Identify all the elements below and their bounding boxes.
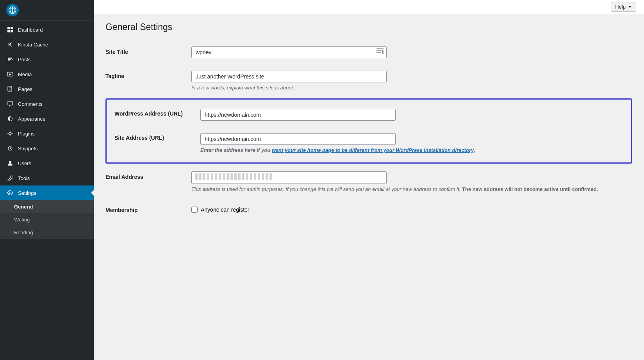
appearance-icon — [6, 115, 14, 123]
sidebar-item-comments[interactable]: Comments — [0, 96, 94, 111]
page-title: General Settings — [105, 22, 632, 32]
sidebar-item-settings-label: Settings — [18, 190, 87, 196]
sidebar-item-tools[interactable]: Tools — [0, 171, 94, 185]
email-row: Email Address This address is used for a… — [105, 165, 632, 198]
sidebar-item-posts-label: Posts — [18, 57, 87, 62]
help-button[interactable]: Help ▼ — [611, 2, 636, 12]
site-address-description: Enter the address here if you want your … — [200, 147, 623, 153]
comments-icon — [6, 100, 14, 108]
active-arrow — [91, 190, 94, 196]
membership-checkbox-label: Anyone can register — [201, 207, 250, 213]
tagline-input[interactable] — [191, 71, 387, 82]
plugins-icon — [6, 130, 14, 137]
email-desc-bold: The new address will not become active u… — [462, 186, 598, 192]
settings-icon — [6, 189, 14, 197]
sidebar-item-kinsta-cache[interactable]: K Kinsta Cache — [0, 37, 94, 52]
wp-address-row: WordPress Address (URL) — [114, 103, 623, 127]
sidebar-item-snippets[interactable]: Snippets — [0, 141, 94, 156]
help-chevron-icon: ▼ — [628, 5, 632, 9]
sidebar-item-tools-label: Tools — [18, 175, 87, 181]
site-address-input[interactable] — [200, 133, 396, 145]
email-desc-2: at your new address to confirm it. — [386, 186, 460, 192]
sidebar-item-dashboard-label: Dashboard — [18, 27, 87, 33]
membership-label: Membership — [105, 198, 191, 221]
sidebar-nav: Dashboard K Kinsta Cache Posts Media Pag… — [0, 21, 94, 360]
membership-row: Membership Anyone can register — [105, 198, 632, 221]
site-address-label: Site Address (URL) — [114, 127, 200, 159]
url-inner-table: WordPress Address (URL) Site Address (UR… — [114, 103, 623, 159]
sidebar-item-media[interactable]: Media — [0, 67, 94, 82]
membership-checkbox[interactable] — [191, 207, 198, 213]
wp-address-label: WordPress Address (URL) — [114, 103, 200, 127]
settings-submenu: General Writing Reading — [0, 200, 94, 239]
sidebar-submenu-reading[interactable]: Reading — [0, 226, 94, 239]
sidebar-item-dashboard[interactable]: Dashboard — [0, 22, 94, 37]
sidebar: Dashboard K Kinsta Cache Posts Media Pag… — [0, 0, 94, 360]
sidebar-submenu-writing[interactable]: Writing — [0, 213, 94, 226]
email-desc-1: This address is used for admin purposes.… — [191, 186, 384, 192]
dashboard-icon — [6, 26, 14, 34]
reading-label: Reading — [14, 230, 87, 235]
tagline-label: Tagline — [105, 64, 191, 97]
sidebar-item-snippets-label: Snippets — [18, 146, 87, 151]
svg-rect-3 — [11, 27, 13, 29]
kinsta-icon: K — [6, 41, 14, 48]
sidebar-submenu-general[interactable]: General — [0, 200, 94, 213]
sidebar-item-appearance-label: Appearance — [18, 116, 87, 122]
sidebar-item-users-label: Users — [18, 160, 87, 166]
site-address-desc-prefix: Enter the address here if you — [200, 147, 272, 153]
site-title-label: Site Title — [105, 40, 191, 64]
sidebar-item-users[interactable]: Users — [0, 156, 94, 171]
sidebar-item-posts[interactable]: Posts — [0, 52, 94, 67]
url-section-row: WordPress Address (URL) Site Address (UR… — [105, 97, 632, 165]
site-address-row: Site Address (URL) Enter the address her… — [114, 127, 623, 159]
site-address-desc-suffix: . — [474, 147, 475, 153]
users-icon — [6, 159, 14, 167]
svg-rect-2 — [7, 27, 10, 29]
tagline-row: Tagline In a few words, explain what thi… — [105, 64, 632, 97]
svg-point-11 — [9, 161, 11, 163]
site-title-row: Site Title — [105, 40, 632, 64]
snippets-icon — [6, 144, 14, 152]
email-input[interactable] — [191, 171, 387, 184]
general-label: General — [14, 204, 87, 210]
pages-icon — [6, 85, 14, 93]
email-input-wrapper — [191, 171, 387, 184]
sidebar-item-plugins-label: Plugins — [18, 131, 87, 137]
tagline-description: In a few words, explain what this site i… — [191, 85, 632, 91]
tools-icon — [6, 174, 14, 182]
email-label: Email Address — [105, 165, 191, 198]
site-title-input[interactable] — [191, 46, 387, 58]
settings-form-table: Site Title Tagline In a few words, expla… — [105, 40, 632, 221]
writing-label: Writing — [14, 217, 87, 223]
site-title-input-wrapper — [191, 46, 387, 58]
sidebar-item-settings[interactable]: Settings — [0, 185, 94, 200]
sidebar-item-kinsta-label: Kinsta Cache — [18, 42, 87, 48]
url-section-border: WordPress Address (URL) Site Address (UR… — [105, 98, 632, 164]
wp-address-input[interactable] — [200, 109, 396, 121]
sidebar-logo — [0, 0, 94, 21]
sidebar-item-appearance[interactable]: Appearance — [0, 111, 94, 126]
help-label: Help — [615, 4, 626, 10]
site-address-link[interactable]: want your site home page to be different… — [272, 147, 474, 153]
membership-checkbox-row: Anyone can register — [191, 207, 632, 213]
main-area: Help ▼ General Settings Site Title — [94, 0, 644, 360]
content-area: General Settings Site Title Tagline — [94, 14, 644, 360]
svg-rect-5 — [11, 30, 13, 32]
email-description: This address is used for admin purposes.… — [191, 186, 632, 192]
posts-icon — [6, 55, 14, 63]
svg-marker-7 — [9, 73, 11, 76]
wordpress-logo-icon — [6, 4, 19, 16]
sidebar-item-media-label: Media — [18, 71, 87, 77]
sidebar-item-plugins[interactable]: Plugins — [0, 126, 94, 141]
sidebar-item-pages-label: Pages — [18, 86, 87, 92]
sidebar-item-pages[interactable]: Pages — [0, 82, 94, 96]
svg-rect-4 — [7, 30, 10, 32]
sidebar-item-comments-label: Comments — [18, 101, 87, 107]
media-icon — [6, 70, 14, 78]
topbar: Help ▼ — [94, 0, 644, 14]
svg-point-9 — [9, 132, 11, 135]
